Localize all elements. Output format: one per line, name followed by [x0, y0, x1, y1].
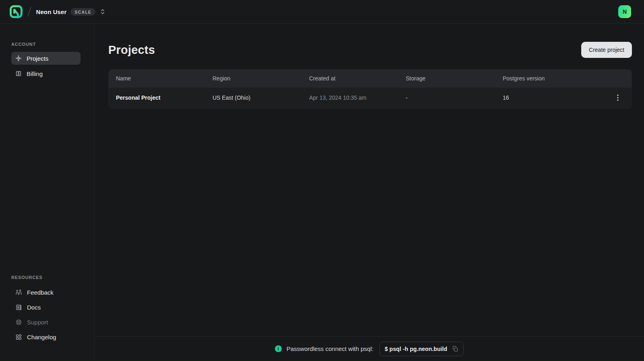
- sidebar-item-label: Billing: [27, 70, 43, 77]
- sidebar: ACCOUNT Projects: [0, 24, 95, 361]
- sidebar-item-label: Docs: [27, 304, 41, 311]
- info-icon: i: [275, 345, 282, 352]
- column-header-actions: [600, 70, 632, 87]
- footer: i Passwordless connect with psql: $ psql…: [95, 336, 644, 361]
- page-header: Projects Create project: [95, 24, 644, 58]
- svg-text:$: $: [18, 71, 19, 75]
- project-created-cell: Apr 13, 2024 10:35 am: [302, 87, 398, 108]
- main-content: Projects Create project Name Region Crea…: [95, 24, 644, 361]
- sidebar-item-label: Feedback: [27, 289, 54, 296]
- sidebar-item-docs[interactable]: Docs: [11, 300, 80, 315]
- psql-command-box[interactable]: $ psql -h pg.neon.build: [380, 342, 464, 356]
- billing-icon: $: [15, 70, 22, 77]
- column-header-region[interactable]: Region: [205, 70, 302, 87]
- breadcrumb-separator: [27, 6, 31, 16]
- workspace-name[interactable]: Neon User: [36, 8, 67, 15]
- sidebar-item-projects[interactable]: Projects: [11, 52, 80, 65]
- breadcrumb: Neon User SCALE: [9, 4, 105, 19]
- resources-section-label: RESOURCES: [11, 275, 94, 280]
- sidebar-item-feedback[interactable]: Feedback: [11, 285, 80, 300]
- column-header-postgres-version[interactable]: Postgres version: [495, 70, 600, 87]
- sidebar-item-label: Changelog: [27, 334, 56, 340]
- project-name-cell[interactable]: Personal Project: [109, 87, 205, 108]
- topbar: Neon User SCALE N: [0, 0, 644, 24]
- psql-command: $ psql -h pg.neon.build: [385, 346, 448, 352]
- footer-message: Passwordless connect with psql:: [287, 345, 374, 352]
- copy-icon[interactable]: [452, 346, 458, 352]
- topbar-right: N: [618, 5, 631, 18]
- neon-logo-icon[interactable]: [9, 4, 23, 19]
- neon-console: Neon User SCALE N ACCOUNT: [0, 0, 644, 361]
- support-icon: [15, 319, 22, 326]
- column-header-created-at[interactable]: Created at: [302, 70, 398, 87]
- sidebar-spacer: [0, 82, 94, 275]
- projects-icon: [15, 55, 22, 62]
- project-actions-cell: [600, 87, 632, 108]
- sidebar-item-billing[interactable]: $ Billing: [11, 67, 80, 80]
- account-section-label: ACCOUNT: [11, 42, 94, 47]
- plan-badge: SCALE: [70, 8, 95, 16]
- sidebar-item-label: Projects: [27, 55, 48, 62]
- workspace-switcher-icon[interactable]: [100, 8, 105, 15]
- main-spacer: [95, 109, 644, 336]
- sidebar-item-support[interactable]: Support: [11, 315, 80, 330]
- projects-table: Name Region Created at Storage Postgres …: [108, 69, 632, 109]
- create-project-button[interactable]: Create project: [581, 42, 632, 58]
- project-region-cell: US East (Ohio): [205, 87, 302, 108]
- sidebar-item-label: Support: [27, 319, 48, 326]
- column-header-name[interactable]: Name: [109, 70, 205, 87]
- row-menu-button[interactable]: [615, 93, 620, 103]
- project-storage-cell: -: [398, 87, 495, 108]
- column-header-storage[interactable]: Storage: [398, 70, 495, 87]
- changelog-icon: [15, 334, 22, 340]
- user-avatar[interactable]: N: [618, 5, 631, 18]
- table-row[interactable]: Personal Project US East (Ohio) Apr 13, …: [109, 87, 632, 108]
- page-title: Projects: [108, 43, 155, 57]
- docs-icon: [15, 304, 22, 311]
- table-header-row: Name Region Created at Storage Postgres …: [109, 70, 632, 87]
- sidebar-item-changelog[interactable]: Changelog: [11, 330, 80, 345]
- feedback-icon: [15, 289, 22, 296]
- project-postgres-cell: 16: [495, 87, 600, 108]
